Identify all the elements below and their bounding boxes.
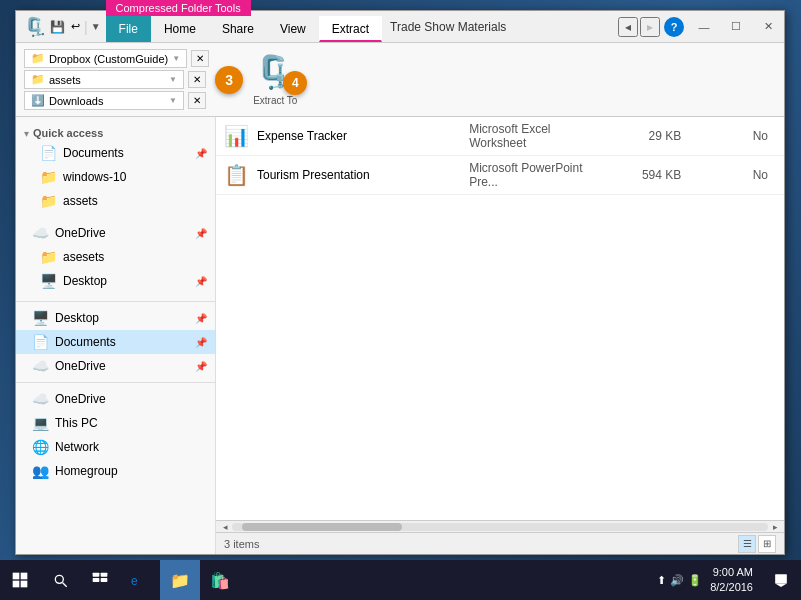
step-4-badge: 4 <box>283 71 307 95</box>
location-3-label: Downloads <box>49 95 103 107</box>
folder-icon-assets: 📁 <box>40 193 57 209</box>
view-buttons: ☰ ⊞ <box>738 535 776 553</box>
store-button[interactable]: 🛍️ <box>200 560 240 600</box>
quick-access-label: Quick access <box>33 127 103 139</box>
docs-icon: 📄 <box>40 145 57 161</box>
excel-icon: 📊 <box>224 124 249 148</box>
explorer-window: 🗜️ 💾 ↩ | ▼ Compressed Folder Tools File … <box>15 10 785 555</box>
tab-share[interactable]: Share <box>209 16 267 42</box>
sidebar-divider <box>16 301 215 302</box>
sidebar-item-onedrive-top[interactable]: ☁️ OneDrive 📌 <box>16 221 215 245</box>
file-row-tourism[interactable]: 📋 Tourism Presentation Microsoft PowerPo… <box>216 156 784 195</box>
network-icon: 🌐 <box>32 439 49 455</box>
nav-back-btn[interactable]: ◂ <box>618 17 638 37</box>
onedrive-top-label: OneDrive <box>55 226 106 240</box>
location-clear-btn-1[interactable]: ✕ <box>191 50 209 67</box>
notification-button[interactable] <box>761 560 801 600</box>
sidebar-item-documents[interactable]: 📄 Documents 📌 <box>16 330 215 354</box>
nav-forward-btn[interactable]: ▸ <box>640 17 660 37</box>
search-button[interactable] <box>40 560 80 600</box>
location-dropdowns: 📁 Dropbox (CustomGuide) ▼ ✕ 📁 assets ▼ ✕ <box>24 49 209 110</box>
tray-icons: ⬆ 🔊 🔋 <box>657 574 702 587</box>
location-dropdown-3[interactable]: ⬇️ Downloads ▼ <box>24 91 184 110</box>
taskbar-clock[interactable]: 9:00 AM 8/2/2016 <box>702 565 761 596</box>
onedrive-icon-top: ☁️ <box>32 225 49 241</box>
sidebar-homegroup-label: Homegroup <box>55 464 118 478</box>
edge-button[interactable]: e <box>120 560 160 600</box>
window-controls: — ☐ ✕ <box>688 11 784 43</box>
location-dropdown-1[interactable]: 📁 Dropbox (CustomGuide) ▼ <box>24 49 187 68</box>
sidebar-documents-label: Documents <box>55 335 116 349</box>
sidebar-item-onedrive[interactable]: ☁️ OneDrive <box>16 387 215 411</box>
sidebar-item-thispc[interactable]: 💻 This PC <box>16 411 215 435</box>
location-clear-btn-2[interactable]: ✕ <box>188 71 206 88</box>
close-button[interactable]: ✕ <box>752 11 784 43</box>
svg-rect-1 <box>21 573 28 580</box>
tab-home[interactable]: Home <box>151 16 209 42</box>
clock-time: 9:00 AM <box>710 565 753 580</box>
help-button[interactable]: ? <box>664 17 684 37</box>
location-dropdown-2[interactable]: 📁 assets ▼ <box>24 70 184 89</box>
explorer-button[interactable]: 📁 <box>160 560 200 600</box>
scroll-thumb[interactable] <box>242 523 402 531</box>
desktop-icon-sidebar: 🖥️ <box>32 310 49 326</box>
item-count: 3 items <box>224 538 259 550</box>
maximize-button[interactable]: ☐ <box>720 11 752 43</box>
sidebar-item-desktop[interactable]: 🖥️ Desktop 📌 <box>16 306 215 330</box>
svg-rect-2 <box>13 581 20 588</box>
sidebar-onedrive-pinned-label: OneDrive <box>55 359 106 373</box>
compressed-tools-tab[interactable]: Compressed Folder Tools <box>106 0 251 16</box>
sidebar-item-network[interactable]: 🌐 Network <box>16 435 215 459</box>
sidebar-onedrive-label: OneDrive <box>55 392 106 406</box>
statusbar: 3 items ☰ ⊞ <box>216 532 784 554</box>
svg-text:e: e <box>131 574 138 588</box>
qa-undo-btn[interactable]: ↩ <box>69 18 82 35</box>
qa-save-btn[interactable]: 💾 <box>48 18 67 36</box>
scroll-left-btn[interactable]: ◂ <box>218 521 232 533</box>
svg-marker-12 <box>775 584 787 588</box>
svg-rect-8 <box>93 578 100 582</box>
sidebar-network-label: Network <box>55 440 99 454</box>
scroll-right-btn[interactable]: ▸ <box>768 521 782 533</box>
qa-dropdown-btn[interactable]: ▼ <box>90 20 102 33</box>
sidebar: ▾ Quick access 📄 Documents 📌 📁 windows-1… <box>16 117 216 554</box>
location-1-label: Dropbox (CustomGuide) <box>49 53 168 65</box>
sidebar-asesets-label: asesets <box>63 250 104 264</box>
titlebar: 🗜️ 💾 ↩ | ▼ Compressed Folder Tools File … <box>16 11 784 43</box>
thispc-icon: 💻 <box>32 415 49 431</box>
file-compressed-expense: No <box>697 129 776 143</box>
sidebar-item-homegroup[interactable]: 👥 Homegroup <box>16 459 215 483</box>
task-view-button[interactable] <box>80 560 120 600</box>
sidebar-thispc-label: This PC <box>55 416 98 430</box>
sidebar-item-onedrive-pinned[interactable]: ☁️ OneDrive 📌 <box>16 354 215 378</box>
tray-network-icon: ⬆ <box>657 574 666 587</box>
minimize-button[interactable]: — <box>688 11 720 43</box>
sidebar-win10-label: windows-10 <box>63 170 126 184</box>
sidebar-item-windows10[interactable]: 📁 windows-10 <box>16 165 215 189</box>
tray-battery-icon: 🔋 <box>688 574 702 587</box>
file-name-expense: Expense Tracker <box>257 129 469 143</box>
svg-point-4 <box>55 575 63 583</box>
view-details-btn[interactable]: ☰ <box>738 535 756 553</box>
tab-view[interactable]: View <box>267 16 319 42</box>
location-2-label: assets <box>49 74 81 86</box>
sidebar-item-asesets[interactable]: 📁 asesets <box>16 245 215 269</box>
svg-rect-3 <box>21 581 28 588</box>
start-button[interactable] <box>0 560 40 600</box>
location-clear-btn-3[interactable]: ✕ <box>188 92 206 109</box>
view-large-btn[interactable]: ⊞ <box>758 535 776 553</box>
scrollbar-horizontal[interactable]: ◂ ▸ <box>216 520 784 532</box>
file-row-expense[interactable]: 📊 Expense Tracker Microsoft Excel Worksh… <box>216 117 784 156</box>
extract-to-group: 🗜️ 4 Extract To <box>253 53 297 106</box>
tab-file[interactable]: File <box>106 16 151 42</box>
sidebar-item-desktop-top[interactable]: 🖥️ Desktop 📌 <box>16 269 215 293</box>
tab-extract[interactable]: Extract <box>319 16 382 42</box>
sidebar-item-assets-top[interactable]: 📁 assets <box>16 189 215 213</box>
main-content: ▾ Quick access 📄 Documents 📌 📁 windows-1… <box>16 117 784 554</box>
step-3-badge: 3 <box>215 66 243 94</box>
onedrive-icon: ☁️ <box>32 391 49 407</box>
scroll-track[interactable] <box>232 523 768 531</box>
file-size-tourism: 594 KB <box>611 168 698 182</box>
sidebar-item-documents-top[interactable]: 📄 Documents 📌 <box>16 141 215 165</box>
tray-volume-icon: 🔊 <box>670 574 684 587</box>
